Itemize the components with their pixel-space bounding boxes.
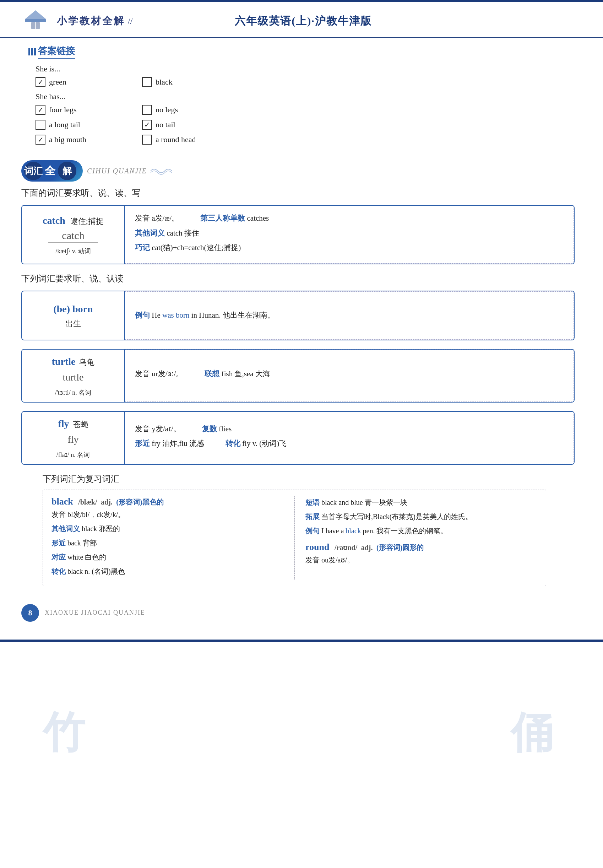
checkbox-black-box[interactable]: [142, 77, 152, 87]
fly-info-row1: 发音 y发/aɪ/。 复数 flies: [135, 423, 564, 435]
fly-plural: 复数 flies: [202, 423, 232, 435]
checkbox-long-tail: a long tail: [36, 120, 121, 130]
vocab-instruction-1: 下面的词汇要求听、说、读、写: [21, 187, 575, 198]
vocab-card-born-right: 例句 He was born in Hunan. 他出生在湖南。: [125, 291, 574, 339]
black-similar: 形近 back 背部: [51, 537, 287, 549]
fly-handwrite: fly: [56, 434, 91, 446]
born-word-row: (be) born: [53, 304, 93, 316]
checkbox-big-mouth: ✓ a big mouth: [36, 135, 121, 145]
checkbox-green-label: green: [49, 78, 66, 87]
catch-other-meaning: 其他词义 catch 接住: [135, 227, 199, 239]
vocab-badge-mid: 全: [45, 164, 56, 178]
catch-info-row3: 巧记 cat(猫)+ch=catch(逮住;捕捉): [135, 242, 564, 254]
vocab-subtitle: CIHUI QUANJIE: [87, 167, 147, 175]
bottom-blue-line: [0, 640, 603, 642]
catch-word: catch 逮住;捕捉: [43, 215, 104, 227]
turtle-phonetic: /'tɜːtl/ n. 名词: [55, 388, 92, 397]
page-header: 小学教材全解 // 六年级英语(上)·沪教牛津版: [0, 2, 603, 38]
answer-section: 答案链接 She is... ✓ green black She has... …: [0, 38, 603, 153]
turtle-phonetics: 发音 ur发/ɜː/。: [135, 368, 183, 380]
black-opposite: 对应 white 白色的: [51, 551, 287, 563]
catch-phonetic: /kætʃ/ v. 动词: [56, 247, 91, 256]
checkbox-black-label: black: [156, 78, 173, 87]
vocab-instruction-2: 下列词汇要求听、说、认读: [21, 273, 575, 284]
checkbox-no-legs: no legs: [142, 105, 227, 115]
she-has-row1: ✓ four legs no legs: [36, 105, 575, 115]
vocab-card-turtle: turtle 乌龟 turtle /'tɜːtl/ n. 名词 发音 ur发/ɜ…: [21, 349, 575, 403]
fly-transform: 转化 fly v. (动词)飞: [226, 438, 287, 450]
checkbox-long-tail-label: a long tail: [49, 120, 80, 129]
black-phonetics: 发音 bl发/bl/，ck发/k/。: [51, 508, 287, 521]
fly-similar: 形近 fry 油炸,flu 流感: [135, 438, 204, 450]
black-example: 例句 I have a black pen. 我有一支黑色的钢笔。: [305, 525, 537, 537]
she-has-label: She has...: [36, 92, 575, 101]
checkbox-long-tail-box[interactable]: [36, 120, 45, 130]
page-number: 8: [21, 604, 39, 622]
black-transform: 转化 black n. (名词)黑色: [51, 565, 287, 577]
page: 小学教材全解 // 六年级英语(上)·沪教牛津版 答案链接 She is... …: [0, 0, 603, 868]
logo-icon: [21, 9, 50, 33]
vocab-section: 词汇 全 解 CIHUI QUANJIE 下面的词汇要求听、说、读、写 catc…: [0, 153, 603, 590]
she-has-row2: a long tail ✓ no tail: [36, 120, 575, 130]
review-instruction: 下列词汇为复习词汇: [43, 473, 546, 485]
checkbox-round-head: a round head: [142, 135, 227, 145]
vocab-card-catch: catch 逮住;捕捉 catch /kætʃ/ v. 动词 发音 a发/æ/。…: [21, 205, 575, 264]
checkbox-four-legs: ✓ four legs: [36, 105, 121, 115]
black-phrase: 短语 black and blue 青一块紫一块: [305, 496, 537, 508]
catch-handwrite: catch: [48, 229, 98, 243]
checkbox-four-legs-box[interactable]: ✓: [36, 105, 45, 115]
fly-word-row: fly 苍蝇: [58, 418, 88, 431]
checkbox-big-mouth-box[interactable]: ✓: [36, 135, 45, 145]
born-word: (be) born: [53, 304, 93, 315]
vocab-card-catch-right: 发音 a发/æ/。 第三人称单数 catches 其他词义 catch 接住 巧…: [125, 206, 574, 264]
round-word-line: round /raʊnd/ adj. (形容词)圆形的: [305, 542, 537, 552]
checkbox-no-legs-label: no legs: [156, 105, 178, 115]
catch-third-person: 第三人称单数 catches: [200, 212, 269, 225]
catch-phonetics: 发音 a发/æ/。: [135, 212, 179, 225]
turtle-word-row: turtle 乌龟: [52, 356, 95, 369]
vocab-header: 词汇 全 解 CIHUI QUANJIE: [21, 160, 575, 181]
checkbox-black: black: [142, 77, 227, 87]
vocab-card-catch-left: catch 逮住;捕捉 catch /kætʃ/ v. 动词: [22, 206, 125, 264]
svg-rect-0: [25, 19, 46, 22]
header-slash: //: [128, 16, 133, 26]
catch-memory: 巧记 cat(猫)+ch=catch(逮住;捕捉): [135, 242, 241, 254]
she-is-checkboxes: ✓ green black: [36, 77, 575, 87]
checkbox-no-tail-box[interactable]: ✓: [142, 120, 152, 130]
turtle-word: turtle: [52, 356, 76, 367]
checkbox-green: ✓ green: [36, 77, 121, 87]
checkbox-no-tail: ✓ no tail: [142, 120, 227, 130]
round-detail: round /raʊnd/ adj. (形容词)圆形的 发音 ou发/aʊ/。: [305, 542, 537, 566]
fly-meaning: 苍蝇: [73, 419, 88, 430]
svg-marker-1: [25, 10, 46, 19]
answer-title-icon: [28, 48, 36, 56]
checkbox-no-tail-label: no tail: [156, 120, 175, 129]
vocab-badge-right: 解: [58, 162, 76, 180]
watermark-left: 竹: [0, 626, 128, 840]
catch-info-row1: 发音 a发/æ/。 第三人称单数 catches: [135, 212, 564, 225]
vocab-card-born-left: (be) born 出生: [22, 291, 125, 339]
vocab-badge-left: 词汇: [24, 162, 43, 180]
header-title-left: 小学教材全解: [57, 14, 125, 28]
checkbox-green-box[interactable]: ✓: [36, 77, 45, 87]
watermark-right: 俑: [468, 626, 596, 840]
checkbox-round-head-box[interactable]: [142, 135, 152, 145]
turtle-meaning: 乌龟: [79, 357, 94, 368]
vocab-badge: 词汇 全 解: [21, 160, 83, 181]
checkbox-four-legs-label: four legs: [49, 105, 77, 115]
review-detail-grid: black /blæk/ adj. (形容词)黑色的 发音 bl发/bl/，ck…: [43, 490, 546, 586]
fly-phonetics: 发音 y发/aɪ/。: [135, 423, 181, 435]
checkbox-no-legs-box[interactable]: [142, 105, 152, 115]
black-expand: 拓展 当首字母大写时,Black(布莱克)是英美人的姓氏。: [305, 511, 537, 522]
fly-word: fly: [58, 418, 69, 429]
answer-title-text: 答案链接: [38, 45, 75, 59]
header-title-right: 六年级英语(上)·沪教牛津版: [235, 14, 371, 28]
black-other: 其他词义 black 邪恶的: [51, 522, 287, 535]
turtle-association: 联想 fish 鱼,sea 大海: [204, 368, 270, 380]
fly-info-row2: 形近 fry 油炸,flu 流感 转化 fly v. (动词)飞: [135, 438, 564, 450]
fly-phonetic: /flaɪ/ n. 名词: [56, 451, 90, 459]
born-example: 例句 He was born in Hunan. 他出生在湖南。: [135, 310, 564, 322]
answer-title: 答案链接: [28, 45, 575, 59]
vocab-card-turtle-right: 发音 ur发/ɜː/。 联想 fish 鱼,sea 大海: [125, 350, 574, 402]
black-detail: black /blæk/ adj. (形容词)黑色的 发音 bl发/bl/，ck…: [51, 496, 294, 580]
